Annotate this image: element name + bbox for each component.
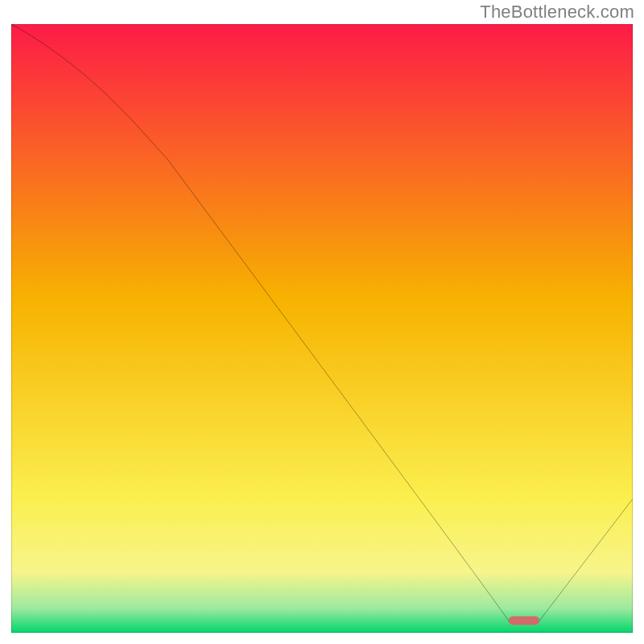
chart-stage xyxy=(11,24,633,633)
optimal-marker xyxy=(509,617,540,625)
chart-svg xyxy=(11,24,633,633)
chart-container: TheBottleneck.com xyxy=(0,0,644,644)
heat-background xyxy=(11,24,633,633)
watermark-text: TheBottleneck.com xyxy=(480,2,634,23)
